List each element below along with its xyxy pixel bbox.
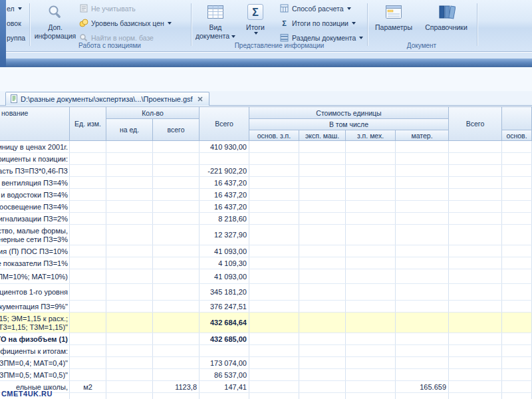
table-row[interactable]: тадия (П) ПЗ=0,4 (ОЗП=0,4; ЭМ=0,4; ЗПМ=0… <box>0 357 532 369</box>
below-ribbon-band <box>0 53 532 59</box>
row-cell <box>153 313 200 332</box>
table-row[interactable]: ВСЕГО на физобъем (1)432 685,00 <box>0 333 532 345</box>
table-row[interactable]: Стадия (П) Технико-экономические показат… <box>0 257 532 269</box>
row-cell <box>346 225 396 245</box>
row-cell <box>396 301 449 312</box>
table-row[interactable]: ельные школы,м21123,8147,41165.659 <box>0 381 532 393</box>
row-cell <box>449 381 502 392</box>
parametry-button[interactable]: Параметры <box>370 2 418 32</box>
calc-icon <box>279 4 289 13</box>
table-row[interactable]: СБЦ раздел 3, п. 6 ПЗ=1,15 (ОЗП=1,15; ЭМ… <box>0 313 532 333</box>
row-cell <box>106 213 153 224</box>
row-cell <box>106 165 153 176</box>
row-cell <box>70 257 106 269</box>
row-cell <box>449 165 502 176</box>
table-row[interactable]: Коэффициенты к позиции: <box>0 153 532 165</box>
row-cell <box>346 153 396 164</box>
group-label-work: Работа с позициями <box>31 42 189 49</box>
row-cell <box>249 141 299 152</box>
sposob-rascheta-button[interactable]: Способ расчета <box>279 2 351 15</box>
sections-icon <box>279 33 289 43</box>
vid-dokumenta-button[interactable]: Вид документа <box>194 2 237 41</box>
row-cell <box>299 257 346 269</box>
table-row[interactable]: Коэффициенты к итогам: <box>0 345 532 357</box>
cut-button-label: овок <box>7 19 21 27</box>
coins-icon <box>78 19 88 28</box>
row-cell <box>106 257 153 269</box>
uroven-bazisnyh-cen-button[interactable]: Уровень базисных цен <box>78 17 172 29</box>
table-row[interactable]: Стадия (П) Отопление и вентиляция ПЗ=4%1… <box>0 177 532 189</box>
dop-informaciya-button[interactable]: Доп. информация <box>31 2 80 41</box>
row-cell <box>299 357 346 368</box>
spravochniki-button[interactable]: Справочники <box>420 2 472 32</box>
row-cell <box>396 284 449 300</box>
row-cell <box>346 313 396 332</box>
row-cell <box>153 284 200 300</box>
document-tab[interactable]: D:\разные документы\экспертиза\...\Проек… <box>5 92 209 106</box>
row-cell: 165.659 <box>396 381 449 392</box>
row-cell <box>70 245 106 257</box>
row-name-text: Стадия (П) ПОС ПЗ=10% <box>0 247 68 256</box>
itogi-button[interactable]: Σ Итоги <box>239 2 271 35</box>
table-row[interactable]: ницу с учетом " Стадия (П) Сметная докум… <box>0 301 532 313</box>
row-name-text: (П) Архитектурно-строительная часть ПЗ=П… <box>0 167 68 176</box>
row-cell <box>299 284 346 300</box>
row-name-cell: Коэффициенты к позиции: <box>0 153 70 164</box>
row-cell <box>106 301 153 312</box>
ribbon-cut-button-3[interactable]: руппа <box>7 31 25 44</box>
column-header-unit-cost: Стоимость единицы <box>249 107 449 119</box>
row-cell <box>396 201 449 212</box>
row-cell: 16 437,20 <box>200 201 249 212</box>
not-count-icon <box>78 4 88 13</box>
table-row[interactable]: дование и электроснабжение, электроосвещ… <box>0 201 532 213</box>
group-separator <box>191 3 192 46</box>
row-cell <box>449 257 502 269</box>
row-cell <box>299 201 346 212</box>
row-cell <box>106 369 153 380</box>
row-name-text: ЗПМ=1,15; МАТ=1,15 к расх.; Т3=1,15; Т3М… <box>0 323 68 332</box>
row-cell <box>70 301 106 312</box>
table-header: нование Ед. изм. Кол-во на ед. всего Все… <box>0 107 532 141</box>
row-cell: 432 685,00 <box>200 333 249 344</box>
button-label: информация <box>35 32 76 41</box>
close-icon[interactable] <box>196 95 204 103</box>
row-cell: 41 093,00 <box>200 245 249 257</box>
group-separator <box>367 3 368 46</box>
row-cell <box>299 345 346 356</box>
row-cell <box>70 333 106 344</box>
cut-button-label: ел <box>7 5 15 13</box>
row-cell <box>249 257 299 269</box>
table-row[interactable]: На единицу в ценах 2001г.410 930,00 <box>0 141 532 153</box>
row-cell <box>346 393 396 399</box>
table-row[interactable]: Стадия (П) Средства связи и сигнализации… <box>0 213 532 225</box>
table-row[interactable]: родной среды ПЗ=10% (ОЗП=10%; ЭМ=10%; ЗП… <box>0 269 532 284</box>
row-cell: 345 181,20 <box>200 284 249 300</box>
itogi-po-pozicii-button[interactable]: Σ Итоги по позиции <box>279 17 356 29</box>
row-cell <box>70 213 106 224</box>
row-cell <box>249 357 299 368</box>
row-cell <box>153 393 200 399</box>
row-cell <box>106 381 153 392</box>
row-name-cell: ВСЕГО на физобъем (1) <box>0 333 70 344</box>
table-row[interactable]: ртикальная планировка; благоустройство, … <box>0 225 532 245</box>
table-row[interactable]: Итого на единицу с учетом коэффициентов … <box>0 284 532 301</box>
row-cell <box>346 284 396 300</box>
button-label: Итоги <box>246 23 265 32</box>
table-row[interactable]: Стадия (П) ПОС ПЗ=10%41 093,00 <box>0 245 532 257</box>
dropdown-arrow-icon <box>168 22 172 25</box>
table-row[interactable]: (П) Архитектурно-строительная часть ПЗ=П… <box>0 165 532 177</box>
row-cell <box>502 257 532 269</box>
table-row[interactable]: БЦ=0,5 (ОЗП=0,5; ЭМ=0,5; ЗПМ=0,5; МАТ=0,… <box>0 369 532 381</box>
row-cell <box>299 225 346 245</box>
magnifier-icon <box>47 2 63 22</box>
ribbon-cut-button-1[interactable]: ел <box>7 2 22 15</box>
row-name-text: внутриплощадочные инженерные сети ПЗ=3% <box>0 235 68 244</box>
ribbon-cut-button-2[interactable]: овок <box>7 17 21 29</box>
row-cell: 432 684,64 <box>200 313 249 332</box>
table-row[interactable]: анализация, горячее водоснабжение и водо… <box>0 189 532 201</box>
row-cell <box>396 153 449 164</box>
row-cell: 410 930,00 <box>200 141 249 152</box>
row-cell <box>153 141 200 152</box>
ne-uchityvat-button[interactable]: Не учитывать <box>78 2 136 15</box>
row-cell <box>70 201 106 212</box>
